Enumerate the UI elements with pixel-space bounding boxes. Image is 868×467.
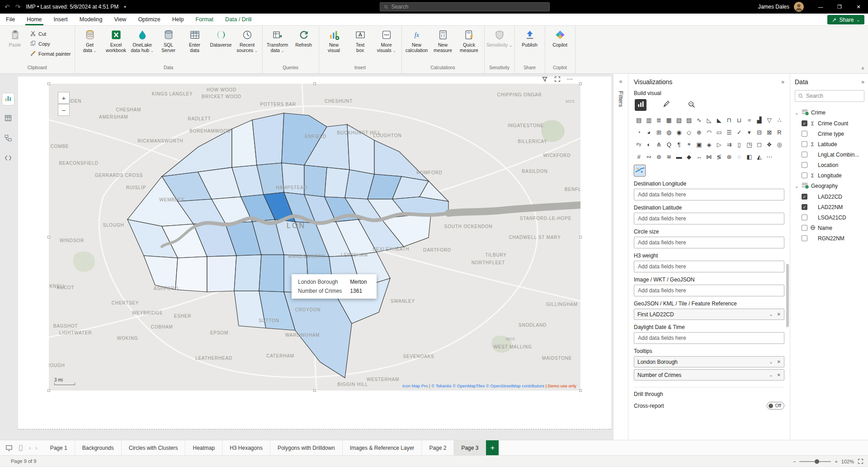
visual-slicer[interactable]: ▾ — [744, 128, 754, 137]
fit-to-page-icon[interactable] — [858, 458, 863, 464]
checkbox[interactable] — [802, 152, 807, 157]
data-search-input[interactable] — [806, 93, 861, 99]
new-calculation-button[interactable]: fxNewcalculation — [404, 27, 430, 53]
publish-button[interactable]: Publish — [517, 27, 543, 48]
field-longitude[interactable]: ΣLongitude — [795, 170, 864, 181]
filters-pane-collapsed[interactable]: « Filters — [613, 74, 628, 440]
well-destination-longitude-dropzone[interactable]: Add data fields here — [634, 189, 784, 200]
new-visual-button[interactable]: Newvisual — [321, 27, 347, 53]
visual-decomposition-tree[interactable]: ⋔ — [654, 140, 664, 149]
new-page-button[interactable]: + — [486, 440, 499, 455]
menu-optimize[interactable]: Optimize — [132, 14, 166, 25]
expand-filters-icon[interactable]: « — [619, 78, 623, 85]
visual-multi-row-card[interactable]: ☰ — [724, 128, 734, 137]
field-crime-type[interactable]: Crime type — [795, 129, 864, 139]
collapse-data-icon[interactable]: » — [861, 79, 864, 85]
visual-tornado-chart[interactable]: ◧ — [744, 152, 754, 161]
visual-qa-visual[interactable]: Q — [664, 140, 674, 149]
search-input[interactable] — [392, 4, 546, 10]
attribution-credit-link[interactable]: © Tekantis — [431, 383, 453, 388]
menu-file[interactable]: File — [0, 14, 21, 25]
page-tab-polygons-with-drilldown[interactable]: Polygons with Drilldown — [270, 440, 343, 455]
menu-modeling[interactable]: Modeling — [74, 14, 108, 25]
visual-area-chart[interactable]: ◺ — [704, 115, 714, 124]
visual-kpi[interactable]: ✓ — [734, 128, 744, 137]
paste-button[interactable]: Paste — [2, 27, 28, 48]
visual-stacked-area-chart[interactable]: ◣ — [714, 115, 724, 124]
visual-table[interactable]: ⊟ — [754, 128, 764, 137]
visual-icon-map[interactable]: ◆ — [684, 152, 694, 161]
previous-page-icon[interactable]: ‹ — [29, 444, 31, 451]
visual-power-apps[interactable]: ▷ — [714, 140, 724, 149]
chevron-down-icon[interactable]: ⌄ — [769, 359, 773, 364]
chevron-down-icon[interactable]: ⌄ — [795, 184, 799, 189]
share-button[interactable]: ↗ Share ⌄ — [827, 15, 864, 24]
zoom-in-button[interactable]: + — [835, 459, 837, 464]
field-location[interactable]: Location — [795, 160, 864, 170]
checkbox[interactable] — [802, 235, 807, 241]
visual-hierarchy-slicer[interactable]: ⊚ — [654, 152, 664, 161]
field-lad22cd[interactable]: ✓LAD22CD — [795, 191, 864, 202]
map-zoom-out-button[interactable]: − — [58, 104, 70, 116]
resize-handle[interactable] — [47, 389, 50, 392]
visual-gantt-chart[interactable]: ◭ — [754, 152, 764, 161]
checkbox[interactable] — [802, 172, 807, 178]
more-visuals-button[interactable]: Morevisuals ⌄ — [373, 27, 400, 54]
visual-sankey-chart[interactable]: ≶ — [714, 152, 724, 161]
visual-key-influencers[interactable]: ◐ — [644, 140, 654, 149]
borough-polygon[interactable] — [175, 257, 207, 292]
borough-polygon[interactable] — [252, 113, 284, 165]
refresh-button[interactable]: Refresh — [291, 27, 317, 48]
borough-polygon[interactable] — [207, 256, 236, 292]
zoom-slider[interactable] — [799, 461, 831, 462]
filter-icon[interactable] — [542, 76, 548, 82]
collapse-visualizations-icon[interactable]: » — [781, 79, 784, 85]
visual-text-slicer[interactable]: ❖ — [764, 140, 774, 149]
well-circle-size-dropzone[interactable]: Add data fields here — [634, 237, 784, 248]
copilot-button[interactable]: Copilot — [547, 27, 573, 48]
visual-ribbon-chart[interactable]: ≈ — [744, 115, 754, 124]
dax-query-view-button[interactable] — [2, 152, 14, 165]
menu-view[interactable]: View — [108, 14, 132, 25]
visual-new-slicer[interactable]: ◳ — [744, 140, 754, 149]
next-page-icon[interactable]: › — [35, 444, 37, 451]
menu-home[interactable]: Home — [21, 14, 47, 25]
visual-treemap[interactable]: ⊞ — [654, 128, 664, 137]
checkbox[interactable]: ✓ — [802, 120, 807, 126]
table-crime[interactable]: ⌄Crime — [795, 107, 864, 118]
excel-workbook-button[interactable]: Excelworkbook — [103, 27, 129, 53]
visual-r-script-visual[interactable]: R — [774, 128, 784, 137]
undo-icon[interactable]: ↶ — [5, 3, 10, 10]
page-tab-circles-with-clusters[interactable]: Circles with Clusters — [122, 440, 186, 455]
field-latitude[interactable]: ΣLatitude — [795, 139, 864, 149]
zoom-out-button[interactable]: − — [793, 459, 796, 464]
visual-python-visual[interactable]: Py — [634, 140, 644, 149]
visual-line-and-stacked-column-chart[interactable]: ⊓ — [724, 115, 734, 124]
resize-handle[interactable] — [47, 236, 50, 238]
get-data-button[interactable]: Getdata ⌄ — [77, 27, 103, 54]
collapse-ribbon-icon[interactable]: ∧ — [861, 66, 864, 71]
table-geography[interactable]: ⌄Geography — [795, 181, 864, 191]
visual-scorecard[interactable]: ◎ — [774, 140, 784, 149]
visual-line-chart[interactable]: ∿ — [694, 115, 704, 124]
field-lad22nm[interactable]: ✓LAD22NM — [795, 202, 864, 212]
cross-report-toggle[interactable]: Off — [767, 402, 784, 410]
user-avatar[interactable] — [794, 2, 804, 12]
visual-pie-chart[interactable]: ◔ — [634, 128, 644, 137]
visual-funnel-chart[interactable]: ▽ — [764, 115, 774, 124]
visual-sparkline[interactable]: ∾ — [644, 152, 654, 161]
title-dropdown-icon[interactable]: ▾ — [124, 5, 126, 9]
visual-globe-map[interactable]: ◌ — [734, 152, 744, 161]
well-daylight-date-time-dropzone[interactable]: Add data fields here — [634, 332, 784, 344]
visual-metrics[interactable]: ⌖ — [684, 140, 694, 149]
copy-button[interactable]: Copy — [28, 39, 73, 48]
field-chip-first-lad22cd[interactable]: First LAD22CD⌄✕ — [634, 309, 784, 320]
visual-gauge[interactable]: ◠ — [704, 128, 714, 137]
tab-format-visual[interactable] — [660, 99, 672, 111]
quick-measure-button[interactable]: Quickmeasure — [456, 27, 482, 53]
scrollbar[interactable] — [786, 264, 789, 327]
field-chip-number-of-crimes[interactable]: Number of Crimes⌄✕ — [634, 369, 784, 381]
page-tab-page-2[interactable]: Page 2 — [422, 440, 454, 455]
redo-icon[interactable]: ↷ — [15, 3, 21, 10]
field-lsoa21cd[interactable]: LSOA21CD — [795, 212, 864, 223]
